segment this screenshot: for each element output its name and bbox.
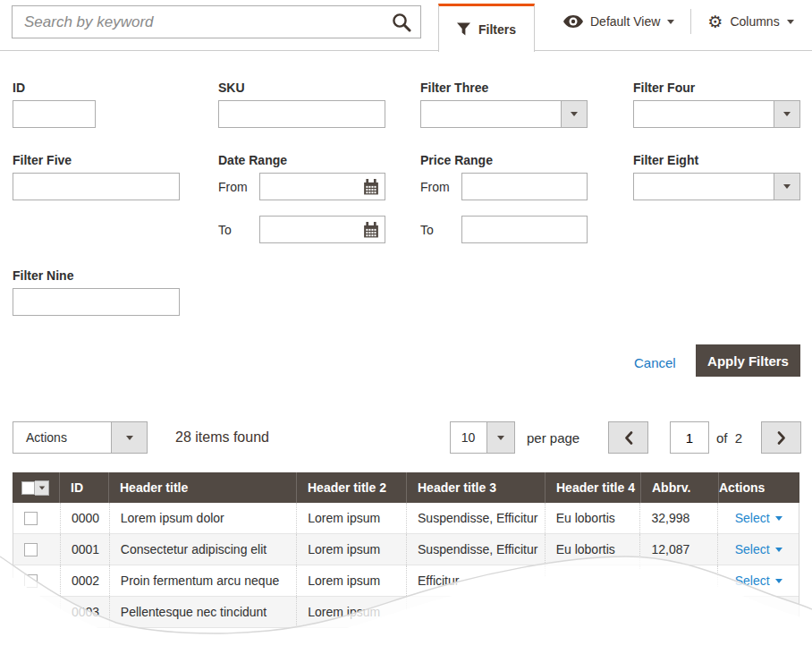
table-row: 0001Consectetur adipiscing elitLorem ips… bbox=[13, 534, 799, 565]
select-all-checkbox[interactable] bbox=[21, 481, 35, 495]
select-all-dropdown[interactable] bbox=[35, 480, 49, 496]
actions-dropdown-button[interactable] bbox=[111, 422, 147, 453]
date-to-label: To bbox=[218, 223, 232, 237]
table-row: 0003Pellentesque nec tinciduntLorem ipsu… bbox=[13, 597, 799, 628]
cell-abbrv bbox=[640, 597, 718, 627]
price-to-field bbox=[461, 216, 588, 243]
cell-actions: Select bbox=[718, 534, 799, 565]
filter-four-select[interactable] bbox=[633, 100, 800, 128]
header-title-4[interactable]: Header title 4 bbox=[546, 472, 641, 503]
gear-icon: ⚙ bbox=[707, 13, 723, 30]
eye-icon bbox=[563, 15, 583, 28]
chevron-right-icon bbox=[777, 431, 786, 445]
cell-title: Pellentesque nec tincidunt bbox=[110, 597, 298, 627]
row-checkbox-cell bbox=[13, 597, 61, 627]
price-from-input[interactable] bbox=[462, 174, 587, 200]
row-select-action[interactable]: Select bbox=[735, 511, 770, 525]
chevron-down-icon bbox=[571, 112, 578, 116]
row-checkbox[interactable] bbox=[24, 543, 38, 556]
filter-nine-input[interactable] bbox=[13, 289, 179, 315]
cell-title: Lorem ipsum dolor bbox=[110, 503, 298, 533]
page-total: of 2 bbox=[716, 430, 742, 446]
chevron-down-icon bbox=[783, 112, 791, 116]
cell-id: 0002 bbox=[61, 565, 110, 596]
cell-actions: Select bbox=[718, 503, 799, 533]
filter-eight-label: Filter Eight bbox=[633, 153, 698, 167]
per-page-dropdown-button[interactable] bbox=[486, 422, 514, 453]
chevron-down-icon bbox=[38, 486, 44, 489]
header-title-3[interactable]: Header title 3 bbox=[407, 472, 546, 503]
cell-col2: Lorem ipsum bbox=[297, 597, 407, 627]
data-grid: ID Header title Header title 2 Header ti… bbox=[13, 472, 799, 628]
price-to-label: To bbox=[420, 223, 434, 237]
calendar-icon[interactable] bbox=[363, 222, 379, 238]
header-abbrv[interactable]: Abbrv. bbox=[641, 472, 719, 503]
tab-filters[interactable]: Filters bbox=[438, 4, 535, 52]
filter-nine-label: Filter Nine bbox=[13, 268, 73, 283]
filter-three-value bbox=[421, 101, 560, 127]
cancel-button[interactable]: Cancel bbox=[627, 352, 683, 374]
filter-five-input[interactable] bbox=[13, 174, 179, 200]
actions-select-value: Actions bbox=[13, 422, 110, 453]
header-title[interactable]: Header title bbox=[109, 472, 297, 503]
filter-sku-field bbox=[218, 100, 385, 128]
filter-four-dropdown-button[interactable] bbox=[774, 101, 799, 127]
calendar-icon[interactable] bbox=[363, 179, 379, 195]
row-checkbox[interactable] bbox=[24, 512, 38, 525]
per-page-select[interactable]: 10 bbox=[450, 421, 515, 454]
date-from-field bbox=[259, 173, 385, 200]
table-row: 0002Proin fermentum arcu nequeLorem ipsu… bbox=[13, 565, 799, 597]
cell-col2: Lorem ipsum bbox=[297, 565, 407, 596]
filter-sku-input[interactable] bbox=[219, 101, 385, 127]
row-checkbox-cell bbox=[13, 534, 61, 565]
select-caret-icon bbox=[775, 548, 782, 552]
cell-col2: Lorem ipsum bbox=[297, 503, 407, 533]
cell-id: 0003 bbox=[61, 597, 110, 627]
select-caret-icon bbox=[775, 579, 782, 583]
cell-col4 bbox=[546, 565, 641, 596]
row-select-action[interactable]: Select bbox=[735, 542, 770, 556]
chevron-down-icon bbox=[497, 436, 504, 440]
table-row: 0000Lorem ipsum dolorLorem ipsumSuspendi… bbox=[13, 503, 799, 534]
tab-filters-label: Filters bbox=[478, 22, 516, 37]
date-to-field bbox=[259, 216, 385, 243]
cell-col4 bbox=[546, 597, 641, 627]
filter-three-dropdown-button[interactable] bbox=[561, 101, 587, 127]
cell-abbrv bbox=[640, 565, 718, 596]
search-icon[interactable] bbox=[392, 13, 411, 32]
header-title-2[interactable]: Header title 2 bbox=[297, 472, 407, 503]
row-checkbox[interactable] bbox=[24, 606, 38, 619]
price-from-label: From bbox=[420, 180, 450, 194]
cell-col2: Lorem ipsum bbox=[297, 534, 407, 565]
table-body: 0000Lorem ipsum dolorLorem ipsumSuspendi… bbox=[13, 503, 799, 628]
default-view-control[interactable]: Default View bbox=[547, 14, 690, 29]
filter-eight-dropdown-button[interactable] bbox=[774, 174, 799, 200]
header-id[interactable]: ID bbox=[60, 472, 109, 503]
price-to-input[interactable] bbox=[462, 217, 587, 242]
cell-id: 0000 bbox=[61, 503, 110, 533]
previous-page-button[interactable] bbox=[608, 421, 648, 454]
apply-filters-button[interactable]: Apply Filters bbox=[696, 344, 800, 377]
filter-three-select[interactable] bbox=[420, 100, 588, 128]
table-header-row: ID Header title Header title 2 Header ti… bbox=[13, 472, 799, 503]
filter-id-input[interactable] bbox=[13, 101, 95, 127]
filter-eight-select[interactable] bbox=[633, 173, 800, 200]
filter-four-value bbox=[634, 101, 773, 127]
next-page-button[interactable] bbox=[761, 421, 801, 454]
header-divider bbox=[0, 50, 812, 51]
filter-four-label: Filter Four bbox=[633, 81, 695, 95]
page-number-input[interactable] bbox=[671, 422, 708, 453]
filter-id-label: ID bbox=[13, 81, 25, 95]
admin-grid-page: Filters Default View ⚙ Columns ID SKU Fi… bbox=[0, 0, 812, 671]
row-select-action[interactable]: Select bbox=[735, 573, 770, 588]
price-from-field bbox=[461, 173, 588, 200]
date-range-label: Date Range bbox=[218, 153, 287, 167]
default-view-caret-icon bbox=[667, 20, 674, 24]
columns-label: Columns bbox=[730, 14, 779, 29]
search-input[interactable] bbox=[24, 6, 382, 38]
columns-control[interactable]: ⚙ Columns bbox=[691, 13, 809, 30]
row-checkbox[interactable] bbox=[24, 574, 38, 588]
actions-select[interactable]: Actions bbox=[13, 421, 148, 454]
filter-funnel-icon bbox=[457, 22, 470, 36]
items-found-count: 28 items found bbox=[175, 429, 269, 446]
